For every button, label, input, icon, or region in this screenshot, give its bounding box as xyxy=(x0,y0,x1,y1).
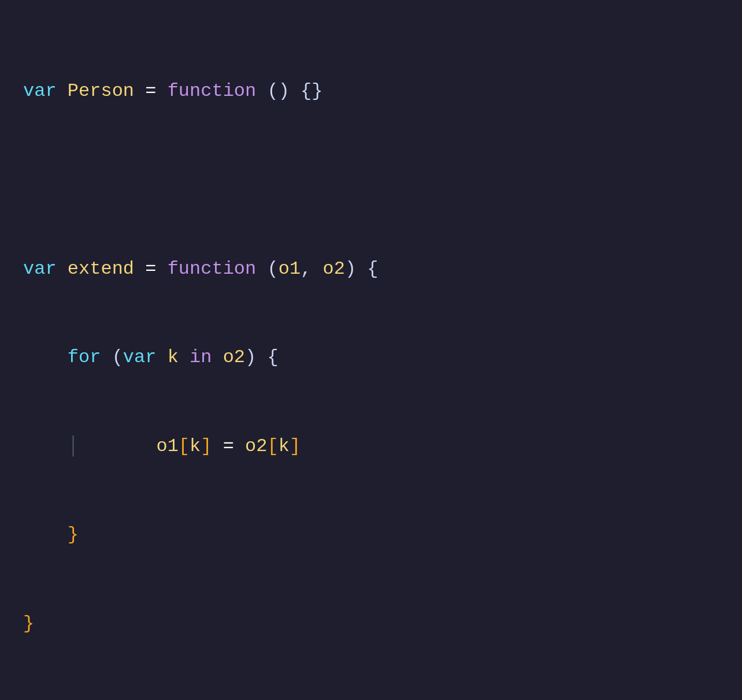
code-line-3: for (var k in o2) { xyxy=(23,342,596,372)
code-line-1: var Person = function () {} xyxy=(23,76,596,106)
code-line-blank-1 xyxy=(23,165,596,195)
code-editor: var Person = function () {} var extend =… xyxy=(23,17,596,700)
code-line-6: } xyxy=(23,609,596,638)
code-line-blank-2 xyxy=(23,697,596,700)
code-line-4: │ o1[k] = o2[k] xyxy=(23,431,596,461)
code-line-2: var extend = function (o1, o2) { xyxy=(23,254,596,284)
code-line-5: } xyxy=(23,520,596,549)
